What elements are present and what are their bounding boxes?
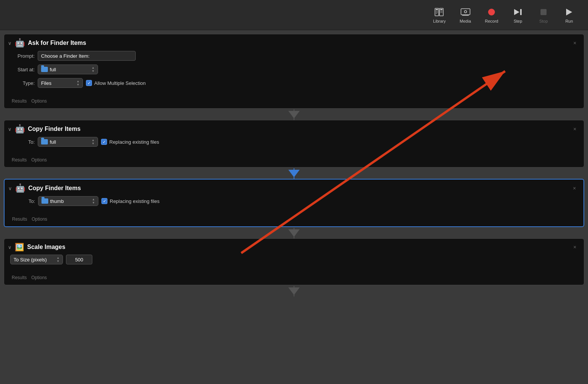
stop-label: Stop — [539, 19, 548, 23]
to-row-1: To: full ▲ ▼ Replacing existing files — [10, 137, 578, 147]
type-value: Files — [41, 80, 51, 86]
start-at-label: Start at: — [10, 67, 35, 72]
stop-icon — [538, 7, 549, 17]
toolbar-record-button[interactable]: Record — [480, 4, 504, 26]
svg-rect-1 — [436, 9, 438, 10]
toolbar-library-button[interactable]: Library — [428, 4, 451, 26]
finder-icon: 🤖 — [15, 39, 25, 47]
svg-rect-4 — [436, 13, 437, 14]
toolbar-step-button[interactable]: Step — [507, 4, 529, 26]
svg-rect-11 — [462, 15, 469, 16]
collapse-chevron-2[interactable]: ∨ — [8, 126, 12, 132]
options-tab[interactable]: Options — [30, 98, 48, 104]
card-header-3: ∨ 🤖 Copy Finder Items × — [5, 180, 583, 196]
connector-chevron-1 — [288, 111, 300, 118]
collapse-chevron[interactable]: ∨ — [8, 40, 12, 46]
size-mode-stepper[interactable]: ▲ ▼ — [57, 256, 60, 263]
to-selector-1[interactable]: full ▲ ▼ — [38, 137, 98, 147]
size-row: To Size (pixels) ▲ ▼ — [10, 255, 578, 264]
close-button[interactable]: × — [571, 39, 579, 47]
card-footer-4: Results Options — [4, 272, 584, 285]
options-tab-4[interactable]: Options — [30, 274, 48, 281]
copy-finder-items-card-1: ∨ 🤖 Copy Finder Items × To: full ▲ ▼ — [4, 120, 584, 167]
size-mode-selector[interactable]: To Size (pixels) ▲ ▼ — [10, 255, 63, 264]
svg-rect-2 — [436, 11, 438, 12]
connector-2 — [4, 168, 584, 179]
card-footer-3: Results Options — [5, 214, 583, 226]
svg-rect-9 — [461, 9, 470, 15]
scale-images-card: ∨ 🖼️ Scale Images × To Size (pixels) ▲ ▼… — [4, 238, 584, 285]
to-selector-2[interactable]: thumb ▲ ▼ — [38, 196, 98, 206]
allow-multiple-label: Allow Multiple Selection — [94, 80, 146, 86]
card-header: ∨ 🤖 Ask for Finder Items × — [4, 34, 584, 51]
prompt-input[interactable] — [38, 51, 136, 61]
toolbar-media-button[interactable]: Media — [454, 4, 477, 26]
collapse-chevron-3[interactable]: ∨ — [8, 186, 12, 191]
replacing-label-2: Replacing existing files — [110, 198, 159, 204]
connector-3 — [4, 228, 584, 238]
step-label: Step — [514, 19, 522, 23]
svg-rect-13 — [520, 9, 522, 15]
svg-rect-7 — [440, 11, 443, 12]
close-button-3[interactable]: × — [571, 184, 578, 192]
record-label: Record — [485, 19, 498, 23]
svg-marker-15 — [566, 9, 572, 15]
replacing-checkbox-2[interactable] — [101, 198, 107, 204]
prompt-label: Prompt: — [10, 53, 35, 59]
card-header-2: ∨ 🤖 Copy Finder Items × — [4, 120, 584, 137]
results-tab-4[interactable]: Results — [10, 274, 28, 281]
to-label-1: To: — [10, 139, 35, 145]
folder-icon-3 — [41, 198, 48, 204]
copy-finder-items-card-2: ∨ 🤖 Copy Finder Items × To: thumb ▲ ▼ — [4, 179, 584, 227]
connector-chevron-3 — [288, 229, 300, 237]
type-label: Type: — [10, 80, 35, 86]
card-body-4: To Size (pixels) ▲ ▼ — [4, 255, 584, 272]
card-body-3: To: thumb ▲ ▼ Replacing existing files — [5, 196, 583, 214]
ask-finder-items-card: ∨ 🤖 Ask for Finder Items × Prompt: Start… — [4, 34, 584, 109]
card-title-2: Copy Finder Items — [28, 126, 568, 132]
replacing-checkbox-1[interactable] — [101, 139, 107, 145]
svg-rect-6 — [440, 9, 443, 10]
options-tab-3[interactable]: Options — [30, 216, 49, 223]
replacing-wrap-2: Replacing existing files — [101, 198, 159, 204]
start-at-selector[interactable]: full ▲ ▼ — [38, 65, 98, 74]
start-at-value: full — [50, 67, 56, 72]
svg-point-10 — [464, 11, 467, 13]
results-tab-2[interactable]: Results — [10, 157, 28, 163]
card-footer-2: Results Options — [4, 154, 584, 167]
results-tab[interactable]: Results — [10, 98, 28, 104]
prompt-row: Prompt: — [10, 51, 578, 61]
size-value-input[interactable] — [66, 255, 92, 264]
replacing-label-1: Replacing existing files — [109, 139, 159, 145]
finder-icon-2: 🤖 — [15, 125, 25, 133]
folder-icon — [41, 67, 48, 72]
to-value-2: thumb — [50, 198, 64, 204]
close-button-2[interactable]: × — [571, 125, 579, 133]
media-icon — [460, 7, 471, 17]
start-at-row: Start at: full ▲ ▼ — [10, 65, 578, 74]
to-value-1: full — [50, 139, 56, 145]
to-stepper-2[interactable]: ▲ ▼ — [92, 198, 95, 204]
size-mode-value: To Size (pixels) — [14, 257, 47, 263]
workflow-canvas: ∨ 🤖 Ask for Finder Items × Prompt: Start… — [0, 30, 588, 300]
svg-rect-14 — [541, 9, 547, 15]
connector-4 — [4, 286, 584, 296]
svg-rect-3 — [436, 12, 438, 13]
stepper-arrows[interactable]: ▲ ▼ — [92, 66, 95, 73]
svg-marker-12 — [514, 9, 519, 15]
toolbar-run-button[interactable]: Run — [558, 4, 580, 26]
media-label: Media — [460, 19, 471, 23]
to-label-2: To: — [11, 198, 35, 204]
run-label: Run — [565, 19, 573, 23]
collapse-chevron-4[interactable]: ∨ — [8, 244, 12, 250]
close-button-4[interactable]: × — [571, 243, 579, 251]
type-stepper[interactable]: ▲ ▼ — [77, 80, 80, 86]
to-stepper-1[interactable]: ▲ ▼ — [92, 138, 95, 145]
type-selector[interactable]: Files ▲ ▼ — [38, 78, 83, 88]
options-tab-2[interactable]: Options — [30, 157, 48, 163]
allow-multiple-checkbox[interactable] — [86, 80, 92, 86]
toolbar-stop-button[interactable]: Stop — [532, 4, 555, 26]
card-title-4: Scale Images — [27, 244, 568, 250]
results-tab-3[interactable]: Results — [11, 216, 29, 223]
card-title: Ask for Finder Items — [28, 40, 568, 46]
